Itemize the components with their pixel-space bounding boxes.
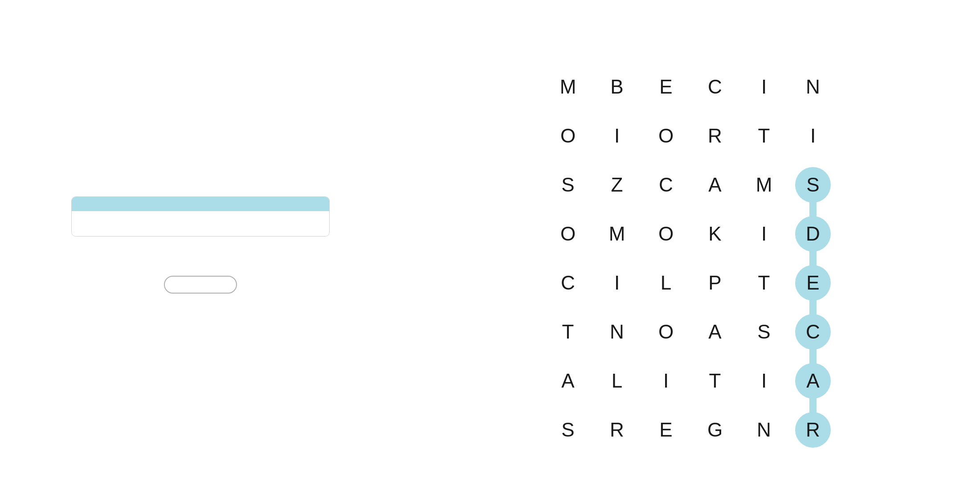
grid-cell[interactable]: I	[739, 356, 788, 405]
cell-letter: O	[648, 314, 684, 350]
grid-cell[interactable]: C	[788, 307, 837, 356]
grid-cell[interactable]: M	[739, 160, 788, 209]
grid-cell[interactable]: A	[690, 160, 739, 209]
grid-cell[interactable]: C	[641, 160, 690, 209]
hint-button[interactable]	[164, 276, 237, 294]
cell-letter: E	[648, 412, 684, 448]
grid-cell[interactable]: R	[690, 111, 739, 160]
grid-cell[interactable]: S	[739, 307, 788, 356]
grid-cell[interactable]: O	[543, 111, 592, 160]
cell-letter: T	[697, 363, 733, 399]
cell-letter: E	[795, 265, 831, 301]
grid-cell[interactable]: L	[592, 356, 641, 405]
cell-letter: R	[697, 118, 733, 154]
grid-cell[interactable]: A	[690, 307, 739, 356]
grid-cell[interactable]: O	[543, 209, 592, 258]
cell-letter: T	[550, 314, 586, 350]
theme-header	[72, 197, 329, 211]
left-panel	[0, 170, 401, 320]
cell-letter: S	[795, 167, 831, 203]
cell-letter: R	[795, 412, 831, 448]
cell-letter: I	[648, 363, 684, 399]
grid-cell[interactable]: P	[690, 258, 739, 307]
grid-cell[interactable]: I	[592, 111, 641, 160]
grid-cell[interactable]: T	[543, 307, 592, 356]
grid-cell[interactable]: K	[690, 209, 739, 258]
grid-cell[interactable]: L	[641, 258, 690, 307]
cell-letter: A	[795, 363, 831, 399]
grid-cell[interactable]: E	[788, 258, 837, 307]
grid-cell[interactable]: S	[788, 160, 837, 209]
cell-letter: O	[550, 216, 586, 252]
cell-letter: A	[550, 363, 586, 399]
cell-letter: S	[550, 167, 586, 203]
grid-cell[interactable]: I	[788, 111, 837, 160]
grid-cell[interactable]: I	[592, 258, 641, 307]
cell-letter: G	[697, 412, 733, 448]
cell-letter: T	[746, 118, 782, 154]
cell-letter: I	[746, 69, 782, 105]
grid-cell[interactable]: S	[543, 405, 592, 454]
right-panel: MBECINOIORTISZCAMSOMOKIDCILPTETNOASCALIT…	[401, 18, 980, 472]
cell-letter: N	[599, 314, 635, 350]
grid-cell[interactable]: O	[641, 307, 690, 356]
theme-card	[71, 196, 330, 237]
grid-cell[interactable]: I	[739, 62, 788, 111]
grid-cell[interactable]: T	[739, 111, 788, 160]
grid-cell[interactable]: N	[739, 405, 788, 454]
cell-letter: O	[648, 216, 684, 252]
grid-cell[interactable]: T	[690, 356, 739, 405]
grid-cell[interactable]: E	[641, 405, 690, 454]
grid-cell[interactable]: R	[592, 405, 641, 454]
letter-grid[interactable]: MBECINOIORTISZCAMSOMOKIDCILPTETNOASCALIT…	[543, 62, 837, 454]
cell-letter: C	[795, 314, 831, 350]
cell-letter: O	[550, 118, 586, 154]
cell-letter: M	[746, 167, 782, 203]
grid-cell[interactable]: S	[543, 160, 592, 209]
grid-cell[interactable]: I	[739, 209, 788, 258]
cell-letter: O	[648, 118, 684, 154]
cell-letter: L	[648, 265, 684, 301]
grid-cell[interactable]: M	[543, 62, 592, 111]
grid-cell[interactable]: A	[788, 356, 837, 405]
grid-cell[interactable]: M	[592, 209, 641, 258]
main-container: MBECINOIORTISZCAMSOMOKIDCILPTETNOASCALIT…	[0, 0, 980, 490]
grid-cell[interactable]: D	[788, 209, 837, 258]
grid-cell[interactable]: O	[641, 209, 690, 258]
grid-cell[interactable]: N	[788, 62, 837, 111]
cell-letter: M	[550, 69, 586, 105]
grid-cell[interactable]: T	[739, 258, 788, 307]
cell-letter: D	[795, 216, 831, 252]
grid-cell[interactable]: R	[788, 405, 837, 454]
cell-letter: C	[648, 167, 684, 203]
cell-letter: Z	[599, 167, 635, 203]
cell-letter: A	[697, 167, 733, 203]
grid-cell[interactable]: Z	[592, 160, 641, 209]
theme-body	[72, 211, 329, 236]
cell-letter: B	[599, 69, 635, 105]
cell-letter: L	[599, 363, 635, 399]
cell-letter: N	[746, 412, 782, 448]
cell-letter: T	[746, 265, 782, 301]
cell-letter: P	[697, 265, 733, 301]
cell-letter: S	[550, 412, 586, 448]
cell-letter: C	[697, 69, 733, 105]
cell-letter: S	[746, 314, 782, 350]
grid-cell[interactable]: O	[641, 111, 690, 160]
cell-letter: I	[599, 118, 635, 154]
grid-cell[interactable]: N	[592, 307, 641, 356]
cell-letter: I	[795, 118, 831, 154]
grid-cell[interactable]: C	[690, 62, 739, 111]
cell-letter: I	[746, 363, 782, 399]
cell-letter: I	[599, 265, 635, 301]
grid-cell[interactable]: G	[690, 405, 739, 454]
grid-cell[interactable]: B	[592, 62, 641, 111]
grid-cell[interactable]: C	[543, 258, 592, 307]
grid-cell[interactable]: A	[543, 356, 592, 405]
grid-cell[interactable]: I	[641, 356, 690, 405]
grid-cell[interactable]: E	[641, 62, 690, 111]
cell-letter: E	[648, 69, 684, 105]
cell-letter: C	[550, 265, 586, 301]
cell-letter: A	[697, 314, 733, 350]
cell-letter: I	[746, 216, 782, 252]
